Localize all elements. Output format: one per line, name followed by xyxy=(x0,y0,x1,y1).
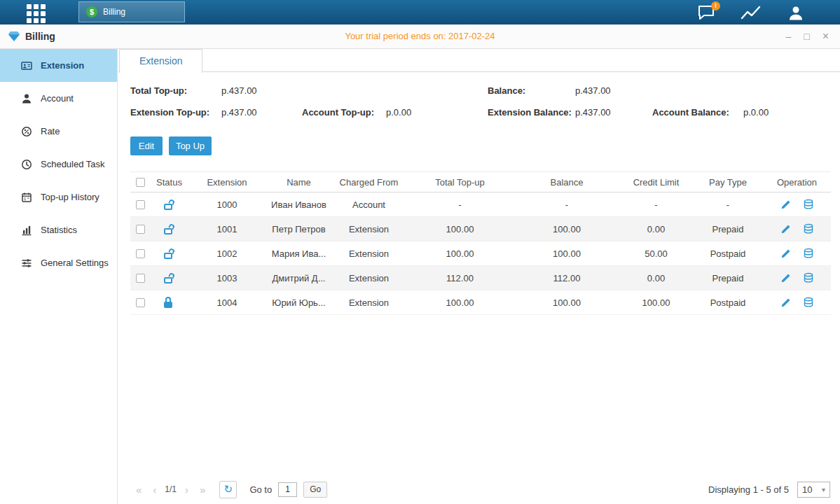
account-icon xyxy=(21,93,32,104)
cell-balance: 100.00 xyxy=(514,217,619,241)
header-balance: Balance xyxy=(514,172,619,192)
top-up-icon[interactable] xyxy=(802,223,815,235)
window-controls: – □ × xyxy=(785,24,829,48)
row-checkbox[interactable] xyxy=(136,274,145,283)
edit-icon[interactable] xyxy=(779,198,792,211)
sidebar-item-label: Top-up History xyxy=(41,192,99,202)
edit-icon[interactable] xyxy=(779,296,792,309)
table-row: 1003 Дмитрий Д... Extension 112.00 112.0… xyxy=(130,266,831,290)
header-extension: Extension xyxy=(188,172,266,192)
page-size-value: 10 xyxy=(802,484,812,495)
first-page-button[interactable]: « xyxy=(130,484,147,496)
header-pay-type: Pay Type xyxy=(693,172,763,192)
minimize-button[interactable]: – xyxy=(785,31,791,41)
taskbar-billing-tab[interactable]: $ Billing xyxy=(78,1,185,22)
line-chart-icon xyxy=(741,5,762,20)
row-check-cell xyxy=(130,266,150,290)
sidebar-item-general-settings[interactable]: General Settings xyxy=(0,246,117,279)
cell-total-topup: 112.00 xyxy=(406,266,514,290)
row-checkbox[interactable] xyxy=(136,225,145,234)
go-button[interactable]: Go xyxy=(303,482,327,498)
displaying-count: Displaying 1 - 5 of 5 xyxy=(708,484,789,495)
edit-icon[interactable] xyxy=(779,247,792,260)
header-credit-limit: Credit Limit xyxy=(619,172,693,192)
page-indicator: 1/1 xyxy=(165,484,177,494)
row-check-cell xyxy=(130,217,150,241)
lock-status-icon xyxy=(164,297,174,308)
topbar-right-icons: ! xyxy=(696,0,806,24)
tab-strip: Extension xyxy=(118,49,840,72)
cell-name: Мария Ива... xyxy=(266,241,332,265)
cell-pay-type: Prepaid xyxy=(693,266,763,290)
row-status-cell xyxy=(150,266,188,290)
pagination-right: Displaying 1 - 5 of 5 10 ▾ xyxy=(708,482,830,498)
row-checkbox[interactable] xyxy=(136,298,145,307)
edit-icon[interactable] xyxy=(779,272,792,284)
prev-page-button[interactable]: ‹ xyxy=(147,484,162,496)
top-up-icon[interactable] xyxy=(802,272,815,284)
cell-credit-limit: 0.00 xyxy=(619,217,693,241)
maximize-button[interactable]: □ xyxy=(804,31,809,41)
cell-operation xyxy=(763,217,831,241)
table-header-row: Status Extension Name Charged From Total… xyxy=(130,172,831,192)
sidebar-item-extension[interactable]: Extension xyxy=(0,49,117,82)
row-checkbox[interactable] xyxy=(136,249,145,258)
row-check-cell xyxy=(130,192,150,216)
edit-icon[interactable] xyxy=(779,223,792,235)
sidebar-item-statistics[interactable]: Statistics xyxy=(0,214,117,246)
top-up-button[interactable]: Top Up xyxy=(169,136,212,155)
sidebar-item-scheduled-task[interactable]: Scheduled Task xyxy=(0,148,117,181)
row-status-cell xyxy=(150,290,188,314)
cell-total-topup: - xyxy=(406,192,514,216)
goto-page-input[interactable] xyxy=(278,482,297,497)
next-page-button[interactable]: › xyxy=(179,484,194,496)
extensions-table: Status Extension Name Charged From Total… xyxy=(130,172,831,315)
notifications-icon[interactable]: ! xyxy=(696,4,717,22)
cell-balance: 100.00 xyxy=(514,241,619,265)
cell-operation xyxy=(763,192,831,216)
edit-button[interactable]: Edit xyxy=(130,136,163,155)
header-total-topup: Total Top-up xyxy=(406,172,514,192)
refresh-button[interactable]: ↻ xyxy=(219,481,237,498)
page-size-select[interactable]: 10 ▾ xyxy=(797,482,830,498)
bar-chart-icon xyxy=(21,225,32,236)
cell-credit-limit: 0.00 xyxy=(619,266,693,290)
header-name: Name xyxy=(266,172,332,192)
close-button[interactable]: × xyxy=(822,31,829,42)
cell-credit-limit: 100.00 xyxy=(619,290,693,314)
top-up-icon[interactable] xyxy=(802,296,815,309)
header-charged-from: Charged From xyxy=(332,172,406,192)
app-grid-icon[interactable] xyxy=(27,4,46,23)
cell-extension: 1000 xyxy=(188,192,266,216)
table-row: 1001 Петр Петров Extension 100.00 100.00… xyxy=(130,217,831,241)
resource-monitor-icon[interactable] xyxy=(741,4,762,22)
row-status-cell xyxy=(150,241,188,265)
sidebar-item-label: Statistics xyxy=(41,225,77,235)
calendar-icon xyxy=(21,192,32,203)
tab-extension[interactable]: Extension xyxy=(119,49,202,73)
user-account-icon[interactable] xyxy=(785,4,806,22)
top-up-icon[interactable] xyxy=(802,198,815,211)
last-page-button[interactable]: » xyxy=(194,484,211,496)
row-check-cell xyxy=(130,241,150,265)
cell-pay-type: Prepaid xyxy=(693,217,763,241)
person-icon xyxy=(787,4,805,21)
sidebar-item-label: Rate xyxy=(41,126,60,136)
balance-label: Balance: xyxy=(488,85,525,96)
cell-balance: 100.00 xyxy=(514,290,619,314)
balance-value: p.437.00 xyxy=(575,85,611,96)
table-row: 1002 Мария Ива... Extension 100.00 100.0… xyxy=(130,241,831,266)
sidebar-item-topup-history[interactable]: Top-up History xyxy=(0,181,117,214)
main-content: Extension Total Top-up: p.437.00 Balance… xyxy=(118,49,840,504)
select-all-checkbox[interactable] xyxy=(136,178,145,187)
pagination-bar: « ‹ 1/1 › » ↻ Go to Go Displaying 1 - 5 … xyxy=(130,479,830,499)
row-checkbox[interactable] xyxy=(136,200,145,209)
cell-pay-type: - xyxy=(693,192,763,216)
refresh-icon: ↻ xyxy=(224,483,233,496)
sidebar-item-rate[interactable]: Rate xyxy=(0,115,117,148)
sidebar-item-account[interactable]: Account xyxy=(0,82,117,115)
lock-status-icon xyxy=(164,272,174,284)
billing-app-icon xyxy=(8,31,20,41)
top-up-icon[interactable] xyxy=(802,247,815,260)
app-title: Billing xyxy=(8,24,55,48)
